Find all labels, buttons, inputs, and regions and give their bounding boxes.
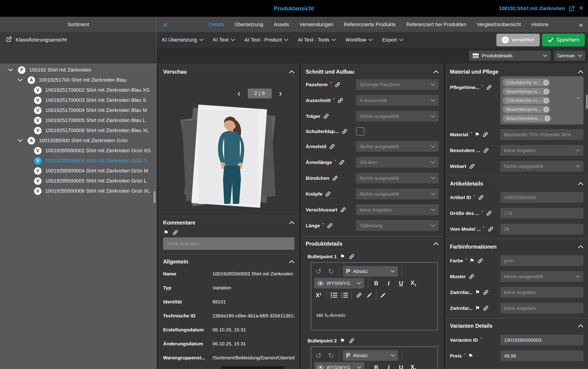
collapse-section-icon[interactable] bbox=[578, 324, 583, 328]
tree-item-10019285500005-shirt-mit-zierknoten-grun-l[interactable]: V10019285500005 Shirt mit Zierknoten Grü… bbox=[0, 176, 157, 186]
tree-item-10019285500-shirt-mit-zierknoten-grun[interactable]: A10019285500 Shirt mit Zierknoten Grün bbox=[0, 136, 157, 146]
tab-verwendungen[interactable]: Verwendungen bbox=[300, 21, 333, 28]
collapse-section-icon[interactable] bbox=[289, 70, 294, 73]
field-grosse-des-input[interactable]: 179 bbox=[500, 208, 583, 219]
link-icon[interactable] bbox=[341, 129, 348, 134]
italic-button[interactable]: I bbox=[384, 365, 393, 369]
link-icon[interactable] bbox=[477, 258, 484, 263]
flag-icon[interactable]: ⚑ bbox=[340, 254, 345, 259]
link-icon[interactable] bbox=[323, 113, 330, 119]
undo-icon[interactable]: ↺ bbox=[314, 268, 323, 275]
tab-details[interactable]: Details bbox=[209, 21, 224, 28]
paragraph-style-select[interactable]: P Absatz bbox=[343, 266, 398, 277]
remove-tag-icon[interactable]: ✕ bbox=[544, 107, 549, 112]
tab-ubersetzung[interactable]: Übersetzung bbox=[234, 21, 263, 28]
remove-tag-icon[interactable]: ✕ bbox=[544, 98, 549, 103]
horizontal-scrollbar-thumb[interactable] bbox=[221, 366, 285, 369]
field-material-input[interactable]: Baumwolle 70% Polyester 30% bbox=[500, 129, 583, 140]
flag-icon[interactable]: ⚑ bbox=[340, 338, 345, 344]
tab-assets[interactable]: Assets bbox=[274, 21, 289, 28]
collapse-section-icon[interactable] bbox=[289, 221, 294, 224]
tree-item-10019285500006-shirt-mit-zierknoten-grun-xl[interactable]: V10019285500006 Shirt mit Zierknoten Grü… bbox=[0, 186, 157, 196]
numbered-list-icon[interactable]: 123 bbox=[341, 292, 348, 298]
link-icon[interactable] bbox=[332, 175, 338, 181]
field-muster-select[interactable]: Nichts ausgewählt bbox=[500, 271, 583, 282]
discard-button[interactable]: ✕ Verwerfen bbox=[496, 34, 540, 46]
chevron-down-icon[interactable] bbox=[18, 139, 28, 142]
field-bundchen-select[interactable]: Nichts ausgewählt bbox=[356, 173, 439, 183]
menu-export[interactable]: Export bbox=[382, 37, 403, 43]
view-mode-select[interactable]: WYSIWYG bbox=[314, 278, 364, 289]
link-icon[interactable] bbox=[329, 144, 336, 149]
flag-icon[interactable]: ⚑ bbox=[475, 306, 480, 311]
share-icon[interactable] bbox=[568, 5, 575, 12]
tree-scrollbar-thumb[interactable] bbox=[153, 191, 156, 203]
tab-historie[interactable]: Historie bbox=[532, 21, 549, 28]
tab-referenziert-bei-produkten[interactable]: Referenziert bei Produkten bbox=[406, 21, 466, 28]
field-besondere-select[interactable]: keine Angaben bbox=[500, 145, 583, 156]
field-armellange-select[interactable]: 3/4-Arm bbox=[356, 157, 439, 168]
view-selector[interactable]: Produktdetails bbox=[469, 51, 551, 61]
collapse-panel-icon[interactable]: « bbox=[163, 20, 168, 29]
link-icon[interactable] bbox=[348, 254, 355, 259]
tree-item-10019285500004-shirt-mit-zierknoten-grun-m[interactable]: V10019285500004 Shirt mit Zierknoten Grü… bbox=[0, 166, 157, 176]
chevron-down-icon[interactable] bbox=[8, 69, 18, 71]
close-icon[interactable]: ✕ bbox=[578, 5, 584, 11]
field-armelstil-select[interactable]: Nichts ausgewählt bbox=[356, 141, 439, 152]
field-pflegehinw-tags[interactable]: Chlorbleiche ni...✕Waschtempera...✕Chlor… bbox=[500, 76, 583, 125]
flag-icon[interactable]: ⚑ bbox=[475, 290, 480, 295]
link-icon[interactable] bbox=[325, 191, 331, 197]
insert-link-icon[interactable] bbox=[356, 292, 362, 298]
field-verschlussart-select[interactable]: keine Angaben bbox=[356, 204, 439, 215]
link-icon[interactable] bbox=[482, 290, 489, 295]
undo-icon[interactable]: ↺ bbox=[314, 352, 323, 359]
underline-button[interactable]: U bbox=[397, 280, 405, 286]
field-zwirnfar-input[interactable]: keine Angaben bbox=[500, 303, 583, 313]
field-farbe-input[interactable]: grün bbox=[500, 255, 583, 266]
tree-item-10019251700003-shirt-mit-zierknoten-blau-s[interactable]: V10019251700003 Shirt mit Zierknoten Bla… bbox=[0, 95, 157, 105]
tree-item-10019251700-shirt-mit-zierknoten-blau[interactable]: A10019251700 Shirt mit Zierknoten Blau bbox=[0, 75, 157, 85]
tree-item-10019285500003-shirt-mit-zierknoten-grun-s[interactable]: V10019285500003 Shirt mit Zierknoten Grü… bbox=[0, 156, 157, 166]
product-photo-stack[interactable] bbox=[178, 103, 279, 211]
field-artikel-id-input[interactable]: 100192855000 bbox=[500, 192, 583, 203]
language-selector[interactable]: German bbox=[554, 51, 585, 61]
tab-vergleichsubersicht[interactable]: Vergleichsübersicht bbox=[477, 21, 521, 28]
flag-icon[interactable]: ⚑ bbox=[468, 353, 473, 359]
link-icon[interactable] bbox=[485, 210, 493, 216]
link-icon[interactable] bbox=[340, 207, 346, 213]
collapse-section-icon[interactable] bbox=[578, 245, 583, 248]
link-icon[interactable] bbox=[482, 306, 489, 311]
prev-image-icon[interactable]: ‹ bbox=[238, 89, 241, 98]
bold-button[interactable]: B bbox=[372, 280, 381, 286]
tree-item-10019285500002-shirt-mit-zierknoten-grun-xs[interactable]: V10019285500002 Shirt mit Zierknoten Grü… bbox=[0, 146, 157, 156]
field-ausschnitt-select[interactable]: V-Ausschnitt bbox=[356, 95, 439, 106]
link-icon[interactable] bbox=[469, 163, 475, 169]
field-vom-model-input[interactable]: 38 bbox=[500, 224, 583, 234]
comment-input[interactable]: keine Angaben bbox=[163, 237, 294, 250]
link-icon[interactable] bbox=[326, 223, 333, 229]
link-icon[interactable] bbox=[487, 226, 494, 232]
flag-icon[interactable]: ⚑ bbox=[164, 230, 168, 235]
field-schulterklap-checkbox[interactable] bbox=[356, 127, 364, 136]
field-webart-select[interactable]: Nichts ausgewählt bbox=[500, 161, 583, 171]
tree-item-10019251700006-shirt-mit-zierknoten-blau-xl[interactable]: V10019251700006 Shirt mit Zierknoten Bla… bbox=[0, 125, 157, 136]
tree-item-10019251700002-shirt-mit-zierknoten-blau-xs[interactable]: V10019251700002 Shirt mit Zierknoten Bla… bbox=[0, 85, 157, 95]
editor-content[interactable]: Mit ¾-Ärmeln bbox=[314, 301, 434, 318]
field-trager-select[interactable]: Nichts ausgewählt bbox=[356, 111, 439, 121]
bold-button[interactable]: B bbox=[372, 365, 381, 369]
collapse-right-panel-icon[interactable]: « bbox=[579, 21, 583, 28]
collapse-section-icon[interactable] bbox=[289, 260, 294, 263]
link-icon[interactable] bbox=[334, 82, 341, 87]
menu-ai-text-product[interactable]: AI Text - Product bbox=[245, 37, 288, 43]
link-icon[interactable] bbox=[482, 132, 489, 137]
field-preis-input[interactable]: 48,99 bbox=[500, 350, 583, 361]
tree-item-100192-shirt-mit-zierknoten[interactable]: P100192 Shirt mit Zierknoten bbox=[0, 65, 157, 75]
next-image-icon[interactable]: › bbox=[279, 89, 282, 98]
remove-tag-icon[interactable]: ✕ bbox=[544, 89, 549, 94]
underline-button[interactable]: U bbox=[397, 365, 405, 369]
chevron-down-icon[interactable] bbox=[577, 97, 581, 101]
collapse-section-icon[interactable] bbox=[433, 70, 439, 73]
field-varianten-id-input[interactable]: 10019285500003 bbox=[500, 335, 583, 345]
link-icon[interactable] bbox=[172, 230, 179, 235]
save-button[interactable]: Speichern bbox=[542, 34, 585, 46]
